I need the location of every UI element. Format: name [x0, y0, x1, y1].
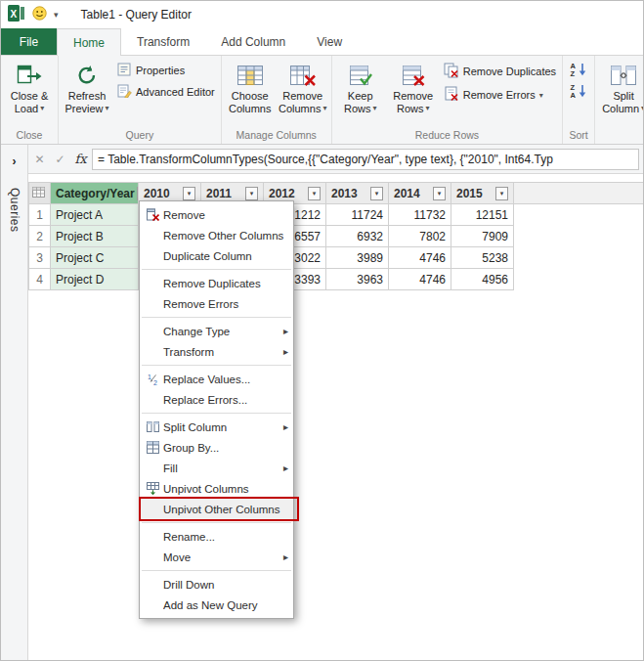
remove-duplicates-button[interactable]: Remove Duplicates — [441, 62, 559, 81]
cell-value[interactable]: 7802 — [389, 226, 451, 247]
menu-separator — [142, 413, 291, 414]
sort-descending-button[interactable]: ZA — [566, 83, 591, 101]
table-row: 1 Project A 1212 11724 11732 12151 — [29, 204, 644, 226]
cell-value[interactable]: 6932 — [326, 226, 389, 247]
close-load-icon — [16, 61, 43, 90]
filter-dropdown-icon[interactable]: ▾ — [370, 187, 383, 200]
cell-category[interactable]: Project B — [51, 226, 139, 247]
cell-value[interactable]: 5238 — [451, 247, 514, 269]
choose-columns-button[interactable]: Choose Columns — [225, 58, 276, 129]
fx-icon[interactable]: fx — [71, 150, 90, 169]
submenu-arrow-icon: ▸ — [283, 326, 288, 336]
menu-item-remove-errors[interactable]: Remove Errors — [140, 293, 293, 314]
cell-value[interactable]: 4746 — [389, 247, 451, 269]
cell-value[interactable]: 11732 — [389, 204, 451, 226]
menu-separator — [142, 269, 291, 270]
properties-button[interactable]: Properties — [114, 62, 218, 79]
menu-item-unpivot-other-columns[interactable]: Unpivot Other Columns — [140, 499, 293, 519]
column-label: 2014 — [394, 187, 420, 200]
menu-item-remove[interactable]: Remove — [140, 204, 293, 225]
ribbon-group-sort: AZ ZA Sort — [563, 56, 595, 144]
row-filler — [514, 226, 644, 247]
quick-access-caret-icon[interactable]: ▾ — [54, 10, 59, 20]
excel-logo-icon: X — [8, 5, 25, 24]
queries-pane-label[interactable]: Queries — [8, 188, 21, 233]
filter-dropdown-icon[interactable]: ▾ — [245, 187, 258, 200]
cell-value[interactable]: 4746 — [389, 269, 451, 290]
menu-item-add-as-new-query[interactable]: Add as New Query — [140, 595, 293, 615]
menu-item-change-type[interactable]: Change Type ▸ — [140, 321, 293, 341]
tab-transform[interactable]: Transform — [121, 28, 205, 55]
filter-dropdown-icon[interactable]: ▾ — [183, 187, 195, 200]
menu-item-group-by[interactable]: Group By... — [140, 437, 293, 458]
data-grid: Category/Year▾ 2010▾ 2011▾ 2012▾ 2013▾ — [28, 182, 643, 290]
cell-category[interactable]: Project A — [51, 204, 139, 226]
dropdown-caret-icon: ▾ — [106, 103, 109, 115]
menu-item-unpivot-columns[interactable]: Unpivot Columns — [140, 478, 293, 499]
menu-item-replace-errors[interactable]: Replace Errors... — [140, 389, 293, 410]
smiley-icon[interactable] — [32, 6, 47, 23]
menu-item-remove-duplicates[interactable]: Remove Duplicates — [140, 273, 293, 293]
menu-item-label: Remove — [163, 209, 288, 221]
remove-columns-button[interactable]: Remove Columns▾ — [278, 58, 328, 129]
menu-item-rename[interactable]: Rename... — [140, 526, 293, 547]
tab-view[interactable]: View — [301, 28, 358, 55]
column-label: 2011 — [206, 187, 232, 200]
cell-value[interactable]: 12151 — [451, 204, 514, 226]
menu-item-transform[interactable]: Transform ▸ — [140, 341, 293, 362]
tab-file[interactable]: File — [1, 28, 57, 55]
menu-item-remove-other-columns[interactable]: Remove Other Columns — [140, 225, 293, 245]
menu-separator — [142, 570, 291, 571]
select-all-corner-button[interactable] — [29, 183, 51, 204]
sort-ascending-button[interactable]: AZ — [566, 62, 591, 79]
cancel-icon[interactable]: ✕ — [30, 150, 49, 169]
expand-queries-pane-icon[interactable]: › — [13, 154, 17, 168]
cell-value[interactable]: 4956 — [451, 269, 514, 290]
row-number[interactable]: 2 — [29, 226, 51, 247]
row-number[interactable]: 1 — [29, 204, 51, 226]
remove-rows-button[interactable]: Remove Rows▾ — [388, 58, 439, 129]
menu-item-duplicate-column[interactable]: Duplicate Column — [140, 245, 293, 266]
row-number[interactable]: 4 — [29, 269, 51, 290]
advanced-editor-button[interactable]: Advanced Editor — [114, 83, 218, 101]
button-label: Remove — [393, 90, 433, 103]
menu-item-fill[interactable]: Fill ▸ — [140, 458, 293, 478]
menu-item-label: Unpivot Other Columns — [163, 504, 288, 515]
filter-dropdown-icon[interactable]: ▾ — [495, 187, 508, 200]
button-label: Remove Duplicates — [463, 66, 556, 77]
cell-category[interactable]: Project C — [51, 247, 139, 269]
column-header-2015[interactable]: 2015▾ — [451, 183, 514, 204]
table-row: 3 Project C 3022 3989 4746 5238 — [29, 247, 644, 269]
accept-icon[interactable]: ✓ — [51, 150, 69, 169]
cell-value[interactable]: 11724 — [326, 204, 389, 226]
column-header-2014[interactable]: 2014▾ — [389, 183, 451, 204]
formula-input[interactable]: = Table.TransformColumnTypes(Source,{{"C… — [92, 149, 639, 170]
refresh-preview-button[interactable]: Refresh Preview▾ — [62, 58, 112, 129]
menu-item-replace-values[interactable]: 12 Replace Values... — [140, 369, 293, 389]
menu-separator — [142, 317, 291, 318]
menu-item-label: Rename... — [163, 531, 288, 543]
remove-errors-button[interactable]: Remove Errors ▾ — [441, 85, 559, 105]
menu-item-drill-down[interactable]: Drill Down — [140, 574, 293, 595]
button-label: Columns — [229, 103, 271, 115]
cell-category[interactable]: Project D — [51, 269, 139, 290]
menu-item-label: Move — [163, 551, 280, 563]
menu-item-split-column[interactable]: Split Column ▸ — [140, 417, 293, 437]
cell-value[interactable]: 3989 — [326, 247, 389, 269]
filter-dropdown-icon[interactable]: ▾ — [308, 187, 321, 200]
refresh-icon — [75, 61, 99, 90]
tab-home[interactable]: Home — [57, 28, 121, 56]
tab-add-column[interactable]: Add Column — [205, 28, 301, 55]
svg-text:1: 1 — [148, 374, 151, 380]
split-column-button[interactable]: Split Column▾ — [598, 58, 644, 141]
column-header-category-year[interactable]: Category/Year▾ — [51, 183, 139, 204]
row-number[interactable]: 3 — [29, 247, 51, 269]
menu-item-move[interactable]: Move ▸ — [140, 547, 293, 567]
filter-dropdown-icon[interactable]: ▾ — [433, 187, 446, 200]
cell-value[interactable]: 7909 — [451, 226, 514, 247]
column-header-2013[interactable]: 2013▾ — [326, 183, 389, 204]
submenu-arrow-icon: ▸ — [283, 551, 288, 562]
close-and-load-button[interactable]: Close & Load▾ — [4, 58, 55, 129]
keep-rows-button[interactable]: Keep Rows▾ — [335, 58, 386, 129]
cell-value[interactable]: 3963 — [326, 269, 389, 290]
